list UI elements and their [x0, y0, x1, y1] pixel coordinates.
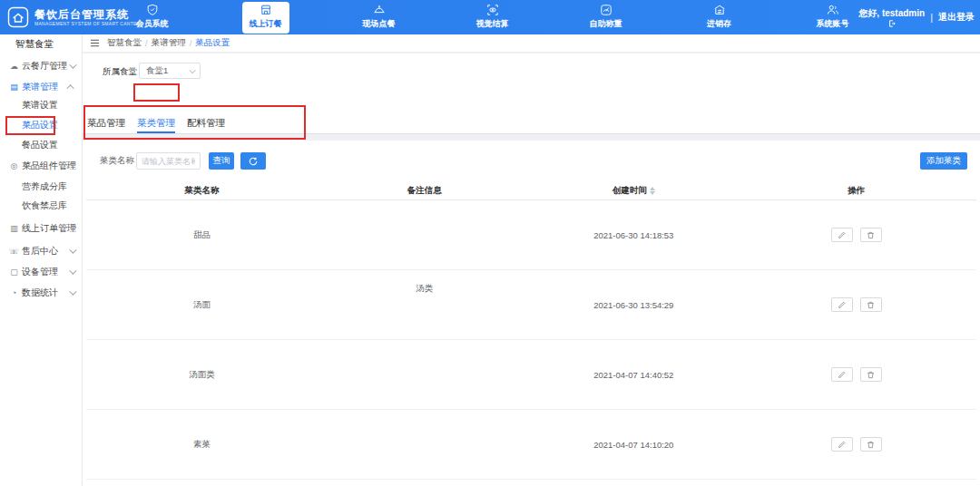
sidebar: 智慧食堂 ☁ 云餐厅管理 ▤ 菜谱管理 菜谱设置 菜品设置 餐品设置 ◎ 菜品组… — [0, 34, 83, 486]
logout-button[interactable]: 退出登录 — [938, 11, 975, 24]
trash-icon — [867, 231, 875, 239]
table-row: 甜品 2021-06-30 14:18:53 — [86, 200, 976, 270]
breadcrumb-separator: / — [190, 38, 192, 48]
category-name: 汤面 — [86, 299, 318, 311]
top-nav: 会员系统 线上订餐 现场点餐 视觉结算 自助称重 — [95, 0, 889, 34]
logout-arrow-icon — [888, 20, 896, 27]
chevron-down-icon — [69, 246, 76, 253]
sidebar-item-data-stats[interactable]: ◔ 数据统计 — [0, 283, 83, 303]
nav-online-order[interactable]: 线上订餐 — [209, 0, 322, 34]
content-card: 菜类名称 查询 添加菜类 菜类名称 备注信息 创建时间 操作 甜品 2021-0… — [83, 141, 980, 486]
chevron-down-icon — [69, 267, 76, 274]
canteen-select[interactable]: 食堂1 — [139, 63, 201, 79]
scale-gauge-icon — [600, 4, 612, 16]
sidebar-item-dish-component[interactable]: ◎ 菜品组件管理 — [0, 156, 83, 176]
created-time: 2021-04-07 14:40:52 — [531, 370, 736, 380]
category-name-label: 菜类名称 — [100, 155, 134, 167]
components-icon: ◎ — [8, 161, 20, 170]
trash-icon — [867, 371, 875, 379]
created-time: 2021-06-30 13:54:29 — [531, 300, 736, 310]
sidebar-item-menu-manage[interactable]: ▤ 菜谱管理 — [0, 77, 83, 97]
edit-button[interactable] — [831, 367, 853, 382]
tab-ingredient-manage[interactable]: 配料管理 — [187, 115, 225, 133]
edit-pencil-icon — [838, 371, 846, 379]
edit-button[interactable] — [831, 297, 853, 312]
refresh-icon — [249, 157, 258, 166]
col-created-time[interactable]: 创建时间 — [531, 185, 736, 197]
sidebar-item-cloud-canteen[interactable]: ☁ 云餐厅管理 — [0, 56, 83, 76]
query-button[interactable]: 查询 — [209, 152, 234, 170]
logo-icon — [7, 6, 29, 28]
users-icon — [827, 4, 839, 16]
nav-onsite-order[interactable]: 现场点餐 — [322, 0, 436, 34]
stats-icon: ◔ — [8, 288, 20, 297]
sidebar-item-aftersale-center[interactable]: ☏ 售后中心 — [0, 241, 83, 261]
table-row: 汤面类 2021-04-07 14:40:52 — [86, 340, 976, 410]
edit-pencil-icon — [838, 301, 846, 309]
edit-button[interactable] — [831, 437, 853, 452]
aftersale-phone-icon: ☏ — [8, 247, 20, 256]
sidebar-title: 智慧食堂 — [0, 34, 83, 54]
sidebar-item-dish-setting[interactable]: 菜品设置 — [0, 115, 83, 135]
col-remark: 备注信息 — [318, 185, 531, 197]
nav-vision-checkout[interactable]: 视觉结算 — [436, 0, 549, 34]
edit-pencil-icon — [838, 231, 846, 239]
category-name: 甜品 — [86, 229, 318, 241]
breadcrumb-separator: / — [145, 38, 148, 48]
breadcrumb: 智慧食堂 / 菜谱管理 / 菜品设置 — [83, 34, 980, 53]
storefront-icon — [260, 4, 272, 16]
table-row: 素菜 2021-04-07 14:10:20 — [86, 410, 976, 480]
created-time: 2021-06-30 14:18:53 — [531, 230, 736, 240]
nav-member-system[interactable]: 会员系统 — [95, 0, 209, 34]
cloche-icon — [373, 4, 386, 16]
menu-book-icon: ▤ — [8, 83, 20, 92]
delete-button[interactable] — [860, 228, 882, 242]
breadcrumb-item[interactable]: 智慧食堂 — [107, 37, 142, 49]
vision-scan-eye-icon — [486, 4, 499, 16]
table-header: 菜类名称 备注信息 创建时间 操作 — [86, 181, 976, 200]
sidebar-item-device-manage[interactable]: ▢ 设备管理 — [0, 262, 83, 282]
cloud-canteen-icon: ☁ — [8, 62, 20, 71]
device-icon: ▢ — [8, 267, 20, 277]
category-name-input[interactable] — [136, 152, 201, 170]
tab-bar: 菜品管理 菜类管理 配料管理 — [87, 115, 225, 133]
table-row: 汤面 汤类 2021-06-30 13:54:29 — [86, 270, 976, 340]
member-shield-icon — [146, 4, 159, 16]
category-name: 素菜 — [86, 439, 318, 451]
sidebar-item-menu-setting[interactable]: 菜谱设置 — [0, 95, 83, 115]
chevron-down-icon — [69, 287, 76, 295]
edit-button[interactable] — [831, 228, 853, 242]
sidebar-item-nutrition-lib[interactable]: 营养成分库 — [0, 177, 83, 197]
trash-icon — [867, 301, 875, 309]
sidebar-item-diet-taboo-lib[interactable]: 饮食禁忌库 — [0, 196, 83, 216]
order-list-icon: ▥ — [8, 224, 20, 233]
delete-button[interactable] — [860, 367, 882, 382]
chevron-down-icon — [69, 61, 76, 68]
table-row: 滋补靓汤 2021-04-07 14:04:42 — [86, 480, 976, 486]
delete-button[interactable] — [860, 297, 882, 312]
user-box: 您好, testadmin | 退出登录 — [858, 0, 975, 34]
sidebar-item-online-order-manage[interactable]: ▥ 线上订单管理 — [0, 219, 83, 238]
col-operation: 操作 — [736, 185, 976, 197]
greeting-text: 您好, testadmin — [858, 7, 925, 20]
chevron-up-icon — [66, 84, 74, 92]
main-content: 智慧食堂 / 菜谱管理 / 菜品设置 所属食堂： 食堂1 菜品管理 菜类管理 配… — [83, 34, 980, 486]
delete-button[interactable] — [860, 437, 882, 452]
nav-self-weigh[interactable]: 自助称重 — [549, 0, 662, 34]
top-bar: 餐饮后台管理系统 MANAGEMENT SYSTEM OF SMART CANT… — [0, 0, 980, 34]
sidebar-collapse-icon[interactable] — [90, 38, 100, 48]
refresh-button[interactable] — [240, 152, 266, 170]
chevron-down-icon — [190, 67, 196, 73]
breadcrumb-item[interactable]: 菜谱管理 — [152, 37, 186, 49]
add-category-button[interactable]: 添加菜类 — [920, 152, 967, 170]
tab-category-manage[interactable]: 菜类管理 — [137, 115, 175, 133]
created-time: 2021-04-07 14:10:20 — [531, 440, 736, 450]
sort-icon[interactable] — [650, 187, 655, 195]
edit-pencil-icon — [838, 441, 846, 449]
nav-inventory[interactable]: 进销存 — [662, 0, 776, 34]
category-name: 汤面类 — [86, 369, 318, 381]
trash-icon — [867, 441, 875, 449]
col-category-name: 菜类名称 — [86, 185, 318, 197]
sidebar-item-meal-setting[interactable]: 餐品设置 — [0, 135, 83, 155]
tab-dish-manage[interactable]: 菜品管理 — [87, 115, 125, 133]
